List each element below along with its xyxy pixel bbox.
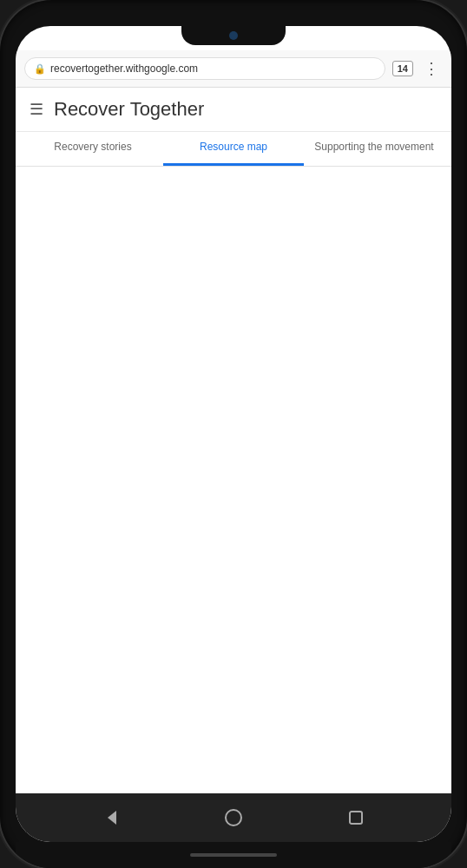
phone-frame: 🔒 recovertogether.withgoogle.com 14 ⋮ ☰ …: [0, 0, 467, 868]
tab-supporting-movement[interactable]: Supporting the movement: [304, 132, 444, 166]
navigation-tabs: Recovery stories Resource map Supporting…: [16, 132, 451, 167]
browser-toolbar: 🔒 recovertogether.withgoogle.com 14 ⋮: [16, 50, 451, 88]
home-indicator: [190, 853, 277, 857]
hamburger-menu-icon[interactable]: ☰: [30, 100, 43, 119]
phone-screen: 🔒 recovertogether.withgoogle.com 14 ⋮ ☰ …: [16, 26, 451, 842]
tab-count-badge[interactable]: 14: [392, 61, 413, 76]
svg-rect-64: [350, 812, 362, 824]
app-header: ☰ Recover Together: [16, 88, 451, 132]
app-title: Recover Together: [54, 98, 204, 121]
url-text: recovertogether.withgoogle.com: [50, 62, 198, 75]
svg-marker-62: [108, 811, 116, 825]
front-camera: [229, 31, 238, 40]
browser-menu-button[interactable]: ⋮: [420, 59, 443, 78]
android-nav-bar: [16, 793, 451, 842]
tab-resource-map[interactable]: Resource map: [163, 132, 304, 166]
tab-recovery-stories[interactable]: Recovery stories: [23, 132, 163, 166]
address-bar[interactable]: 🔒 recovertogether.withgoogle.com: [24, 57, 385, 80]
svg-point-63: [226, 810, 241, 825]
lock-icon: 🔒: [34, 63, 46, 75]
recent-apps-button[interactable]: [344, 806, 368, 830]
phone-bottom-bar: [16, 842, 451, 868]
back-button[interactable]: [99, 806, 123, 830]
home-button[interactable]: [221, 806, 246, 830]
